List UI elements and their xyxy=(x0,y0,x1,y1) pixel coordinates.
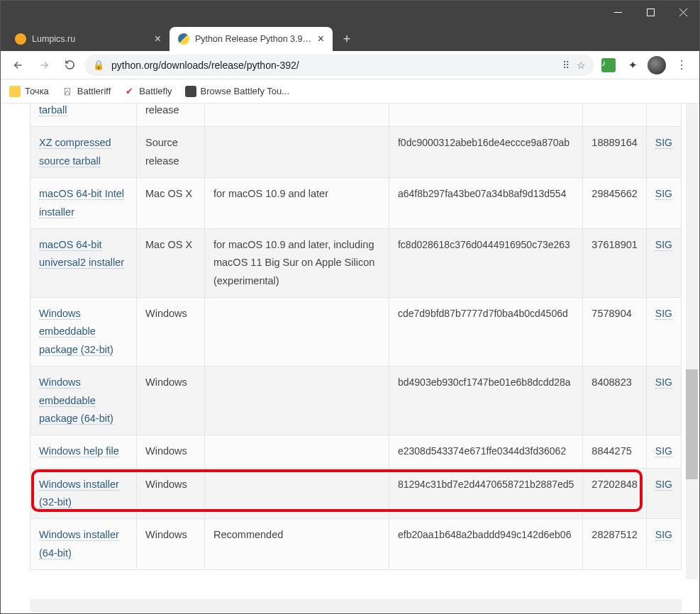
size-cell: 8844275 xyxy=(583,435,647,468)
download-link[interactable]: Windows embeddable package (64-bit) xyxy=(39,376,113,425)
leaf-icon: ✔ xyxy=(123,86,135,97)
bookmark-battlefy[interactable]: Browse Battlefy Tou... xyxy=(185,86,290,97)
table-row: Windows installer (64-bit)WindowsRecomme… xyxy=(30,519,682,570)
os-cell: Mac OS X xyxy=(136,178,204,229)
os-cell: Windows xyxy=(136,468,204,519)
os-cell: Windows xyxy=(136,435,204,468)
download-link[interactable]: Windows help file xyxy=(39,445,119,457)
python-favicon xyxy=(178,33,189,45)
download-link[interactable]: Windows installer (64-bit) xyxy=(39,529,119,559)
tab-strip: Lumpics.ru × Python Release Python 3.9.2… xyxy=(1,24,699,51)
table-row: Windows installer (32-bit)Windows81294c3… xyxy=(30,468,682,519)
os-cell: Mac OS X xyxy=(136,228,204,297)
sig-link[interactable]: SIG xyxy=(655,188,672,200)
download-link[interactable]: Windows embeddable package (32-bit) xyxy=(39,308,113,356)
close-icon[interactable]: × xyxy=(155,33,161,45)
desc-cell xyxy=(204,298,389,367)
size-cell: 27202848 xyxy=(583,468,647,519)
window-titlebar xyxy=(1,1,699,24)
download-link[interactable]: XZ compressed source tarball xyxy=(39,137,111,167)
tab-title: Lumpics.ru xyxy=(32,34,150,44)
download-link[interactable]: Windows installer (32-bit) xyxy=(39,479,119,508)
bookmark-star-icon[interactable]: ☆ xyxy=(577,60,586,71)
sig-link[interactable]: SIG xyxy=(655,376,672,389)
os-cell: Source release xyxy=(136,127,204,178)
table-row: tarballrelease xyxy=(30,104,682,127)
desc-cell: Recommended xyxy=(204,519,389,570)
bookmark-label: Browse Battlefy Tou... xyxy=(201,86,290,96)
md5-cell: efb20aa1b648a2baddd949c142d6eb06 xyxy=(389,519,582,570)
window-maximize-button[interactable] xyxy=(634,1,667,24)
viewport: tarballreleaseXZ compressed source tarba… xyxy=(1,104,699,613)
table-row: macOS 64-bit universal2 installerMac OS … xyxy=(30,228,682,297)
size-cell: 7578904 xyxy=(583,298,647,367)
bookmarks-bar: Точка ⍓Battleriff ✔Battlefly Browse Batt… xyxy=(1,79,699,104)
close-icon[interactable]: × xyxy=(318,33,324,45)
bookmark-tochka[interactable]: Точка xyxy=(9,86,49,97)
chrome-menu-button[interactable]: ⋮ xyxy=(671,55,692,76)
table-row: Windows embeddable package (64-bit)Windo… xyxy=(30,367,682,435)
window-minimize-button[interactable] xyxy=(601,1,634,24)
download-link[interactable]: tarball xyxy=(39,104,67,116)
md5-cell: 81294c31bd7e2d4470658721b2887ed5 xyxy=(389,468,582,519)
shield-icon: ⍓ xyxy=(62,86,73,97)
size-cell: 29845662 xyxy=(583,178,647,229)
extension-music-icon[interactable]: ♪ xyxy=(599,55,618,75)
tab-lumpics[interactable]: Lumpics.ru × xyxy=(6,27,170,51)
size-cell: 37618901 xyxy=(583,228,647,297)
folder-icon xyxy=(9,86,21,97)
desc-cell xyxy=(204,367,389,435)
bookmark-battleriff[interactable]: ⍓Battleriff xyxy=(62,86,111,97)
bookmark-label: Battlefly xyxy=(139,86,172,96)
back-button[interactable] xyxy=(8,55,29,76)
sig-link[interactable]: SIG xyxy=(655,239,672,251)
new-tab-button[interactable]: + xyxy=(337,29,357,49)
tab-title: Python Release Python 3.9.2 | Pyt xyxy=(195,34,313,44)
translate-icon[interactable]: ⠿ xyxy=(562,60,570,71)
md5-cell: e2308d543374e671ffe0344d3fd36062 xyxy=(389,435,582,468)
md5-cell xyxy=(389,104,582,127)
table-row: Windows help fileWindowse2308d543374e671… xyxy=(30,435,682,468)
tab-python[interactable]: Python Release Python 3.9.2 | Pyt × xyxy=(170,27,333,51)
table-row: XZ compressed source tarballSource relea… xyxy=(30,127,682,178)
md5-cell: a64f8b297fa43be07a34b8af9d13d554 xyxy=(389,178,582,229)
os-cell: Windows xyxy=(136,367,204,435)
sig-link[interactable]: SIG xyxy=(655,479,672,491)
desc-cell: for macOS 10.9 and later, including macO… xyxy=(204,228,389,297)
sig-link[interactable]: SIG xyxy=(655,445,672,457)
md5-cell: fc8d028618c376d0444916950c73e263 xyxy=(389,228,582,297)
desc-cell: for macOS 10.9 and later xyxy=(204,178,389,229)
forward-button[interactable] xyxy=(33,55,55,76)
bookmark-label: Точка xyxy=(25,86,49,96)
size-cell: 8408823 xyxy=(583,367,647,435)
vertical-scrollbar-track[interactable] xyxy=(686,104,698,579)
download-link[interactable]: macOS 64-bit universal2 installer xyxy=(39,239,124,269)
size-cell xyxy=(583,104,647,127)
address-bar[interactable]: 🔒 python.org/downloads/release/python-39… xyxy=(84,55,594,76)
grid-icon xyxy=(185,86,196,97)
page-content: tarballreleaseXZ compressed source tarba… xyxy=(30,104,682,613)
profile-avatar[interactable] xyxy=(647,55,667,75)
download-link[interactable]: macOS 64-bit Intel installer xyxy=(39,188,124,218)
sig-link[interactable]: SIG xyxy=(655,137,672,149)
os-cell: Windows xyxy=(136,298,204,367)
size-cell: 18889164 xyxy=(583,127,647,178)
window-close-button[interactable] xyxy=(667,1,699,24)
reload-button[interactable] xyxy=(59,55,80,76)
vertical-scrollbar-thumb[interactable] xyxy=(686,369,698,479)
sig-link[interactable]: SIG xyxy=(655,529,672,541)
bookmark-battlefly[interactable]: ✔Battlefly xyxy=(123,86,172,97)
svg-rect-0 xyxy=(614,12,622,13)
os-cell: release xyxy=(136,104,204,127)
os-cell: Windows xyxy=(136,519,204,570)
desc-cell xyxy=(204,435,389,468)
size-cell: 28287512 xyxy=(583,519,647,570)
desc-cell xyxy=(204,127,389,178)
sig-link[interactable]: SIG xyxy=(655,308,672,320)
horizontal-scrollbar[interactable] xyxy=(30,599,682,612)
downloads-table: tarballreleaseXZ compressed source tarba… xyxy=(30,104,682,570)
toolbar: 🔒 python.org/downloads/release/python-39… xyxy=(1,51,699,79)
extensions-puzzle-icon[interactable]: ✦ xyxy=(623,55,643,75)
md5-cell: cde7d9bfd87b7777d7f0ba4b0cd4506d xyxy=(389,298,582,367)
md5-cell: f0dc9000312abeb16de4eccce9a870ab xyxy=(389,127,582,178)
